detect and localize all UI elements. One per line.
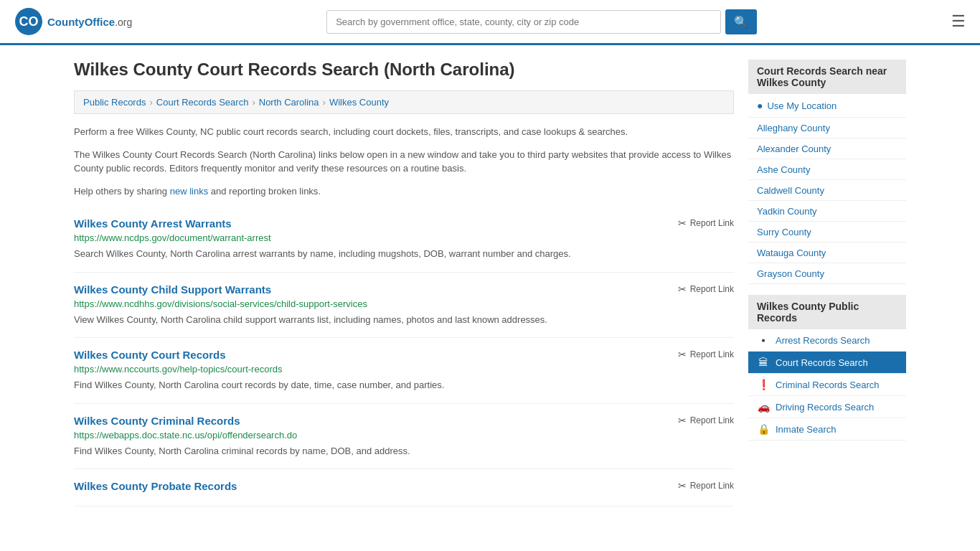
logo-suffix: .org xyxy=(115,17,132,28)
breadcrumb-link-court-records[interactable]: Court Records Search xyxy=(156,97,249,108)
pr-icon-1: 🏛 xyxy=(757,357,770,368)
description-3-post: and reporting broken links. xyxy=(208,186,321,197)
public-records-item[interactable]: ❗ Criminal Records Search xyxy=(748,374,906,396)
report-icon-2: ✂ xyxy=(678,349,687,360)
result-desc-2: Find Wilkes County, North Carolina court… xyxy=(74,378,734,392)
sidebar-county-link-6[interactable]: Watauga County xyxy=(757,248,826,258)
result-header: Wilkes County Arrest Warrants ✂ Report L… xyxy=(74,217,734,230)
pr-icon-3: 🚗 xyxy=(757,401,770,413)
public-records-item[interactable]: 🏛 Court Records Search xyxy=(748,352,906,374)
main-layout: Wilkes County Court Records Search (Nort… xyxy=(60,45,920,521)
result-item: Wilkes County Probate Records ✂ Report L… xyxy=(74,469,734,507)
report-icon-1: ✂ xyxy=(678,283,687,295)
result-url-3: https://webapps.doc.state.nc.us/opi/offe… xyxy=(74,430,734,441)
breadcrumb-link-north-carolina[interactable]: North Carolina xyxy=(259,97,319,108)
result-header: Wilkes County Probate Records ✂ Report L… xyxy=(74,480,734,492)
sidebar-county-link-0[interactable]: Alleghany County xyxy=(757,123,830,133)
result-item: Wilkes County Arrest Warrants ✂ Report L… xyxy=(74,207,734,273)
page-title: Wilkes County Court Records Search (Nort… xyxy=(74,60,734,80)
pr-link-4[interactable]: Inmate Search xyxy=(776,424,837,435)
result-desc-0: Search Wilkes County, North Carolina arr… xyxy=(74,247,734,261)
report-link-label-3: Report Link xyxy=(690,415,734,425)
results-list: Wilkes County Arrest Warrants ✂ Report L… xyxy=(74,207,734,507)
location-icon: ● xyxy=(757,100,763,111)
sidebar-county-link-1[interactable]: Alexander County xyxy=(757,143,831,154)
public-records-item[interactable]: ▪ Arrest Records Search xyxy=(748,329,906,352)
sidebar-county-link-4[interactable]: Yadkin County xyxy=(757,206,817,217)
report-icon-0: ✂ xyxy=(678,217,687,229)
breadcrumb-separator-3: › xyxy=(323,97,326,108)
result-url-2: https://www.nccourts.gov/help-topics/cou… xyxy=(74,364,734,375)
result-header: Wilkes County Child Support Warrants ✂ R… xyxy=(74,283,734,296)
report-link-label-2: Report Link xyxy=(690,349,734,359)
report-link-button-2[interactable]: ✂ Report Link xyxy=(678,349,734,360)
use-my-location[interactable]: ● Use My Location xyxy=(748,94,906,118)
result-title-2[interactable]: Wilkes County Court Records xyxy=(74,349,226,361)
logo-text: CountyOffice.org xyxy=(47,14,132,29)
logo-icon: CO xyxy=(14,7,43,36)
svg-text:CO: CO xyxy=(19,14,39,29)
breadcrumb: Public Records › Court Records Search › … xyxy=(74,90,734,114)
result-title-3[interactable]: Wilkes County Criminal Records xyxy=(74,415,240,427)
search-icon: 🔍 xyxy=(734,16,748,28)
sidebar-county-item: Ashe County xyxy=(748,159,906,180)
report-link-button-1[interactable]: ✂ Report Link xyxy=(678,283,734,295)
sidebar-county-link-2[interactable]: Ashe County xyxy=(757,164,810,175)
result-url-0: https://www.ncdps.gov/document/warrant-a… xyxy=(74,232,734,243)
pr-link-1[interactable]: Court Records Search xyxy=(776,357,868,368)
description-3: Help others by sharing new links and rep… xyxy=(74,184,734,199)
report-link-button-0[interactable]: ✂ Report Link xyxy=(678,217,734,229)
result-header: Wilkes County Court Records ✂ Report Lin… xyxy=(74,349,734,361)
pr-link-2[interactable]: Criminal Records Search xyxy=(776,380,880,390)
result-desc-3: Find Wilkes County, North Carolina crimi… xyxy=(74,444,734,458)
result-item: Wilkes County Court Records ✂ Report Lin… xyxy=(74,338,734,404)
sidebar-county-item: Yadkin County xyxy=(748,201,906,222)
sidebar-county-item: Alleghany County xyxy=(748,118,906,138)
pr-link-3[interactable]: Driving Records Search xyxy=(776,402,874,413)
logo-area: CO CountyOffice.org xyxy=(14,7,132,36)
sidebar-county-link-5[interactable]: Surry County xyxy=(757,227,811,237)
public-records-list: ▪ Arrest Records Search 🏛 Court Records … xyxy=(748,329,906,441)
sidebar-nearby-title: Court Records Search near Wilkes County xyxy=(748,60,906,94)
result-title-0[interactable]: Wilkes County Arrest Warrants xyxy=(74,217,232,230)
sidebar-public-records-section: Wilkes County Public Records ▪ Arrest Re… xyxy=(748,295,906,441)
search-button[interactable]: 🔍 xyxy=(725,9,757,34)
site-header: CO CountyOffice.org 🔍 ☰ xyxy=(0,0,980,45)
breadcrumb-separator-2: › xyxy=(252,97,255,108)
breadcrumb-link-wilkes-county[interactable]: Wilkes County xyxy=(329,97,389,108)
report-icon-3: ✂ xyxy=(678,415,687,426)
result-header: Wilkes County Criminal Records ✂ Report … xyxy=(74,415,734,427)
description-2: The Wilkes County Court Records Search (… xyxy=(74,148,734,176)
breadcrumb-link-public-records[interactable]: Public Records xyxy=(83,97,146,108)
content-area: Wilkes County Court Records Search (Nort… xyxy=(74,60,734,507)
sidebar-county-item: Watauga County xyxy=(748,242,906,263)
logo-name: CountyOffice xyxy=(47,16,115,28)
sidebar-county-item: Alexander County xyxy=(748,138,906,159)
public-records-item[interactable]: 🔒 Inmate Search xyxy=(748,418,906,441)
sidebar-county-list: Alleghany CountyAlexander CountyAshe Cou… xyxy=(748,118,906,284)
sidebar-county-item: Surry County xyxy=(748,222,906,242)
public-records-item[interactable]: 🚗 Driving Records Search xyxy=(748,396,906,418)
menu-button[interactable]: ☰ xyxy=(951,12,966,31)
pr-icon-0: ▪ xyxy=(757,334,770,346)
report-link-button-3[interactable]: ✂ Report Link xyxy=(678,415,734,426)
description-3-pre: Help others by sharing xyxy=(74,186,170,197)
result-desc-1: View Wilkes County, North Carolina child… xyxy=(74,313,734,327)
breadcrumb-separator-1: › xyxy=(149,97,152,108)
sidebar-county-item: Grayson County xyxy=(748,263,906,284)
sidebar: Court Records Search near Wilkes County … xyxy=(748,60,906,507)
result-title-4[interactable]: Wilkes County Probate Records xyxy=(74,480,237,492)
use-my-location-link[interactable]: Use My Location xyxy=(767,100,837,111)
report-link-label-0: Report Link xyxy=(690,218,734,228)
report-link-button-4[interactable]: ✂ Report Link xyxy=(678,480,734,491)
result-url-1: https://www.ncdhhs.gov/divisions/social-… xyxy=(74,298,734,309)
sidebar-county-link-7[interactable]: Grayson County xyxy=(757,268,824,279)
pr-link-0[interactable]: Arrest Records Search xyxy=(776,335,870,346)
search-input[interactable] xyxy=(326,10,721,34)
new-links-link[interactable]: new links xyxy=(170,186,208,197)
search-container: 🔍 xyxy=(326,9,757,34)
hamburger-icon: ☰ xyxy=(951,12,966,30)
sidebar-county-link-3[interactable]: Caldwell County xyxy=(757,185,824,196)
result-title-1[interactable]: Wilkes County Child Support Warrants xyxy=(74,283,271,296)
report-icon-4: ✂ xyxy=(678,480,687,491)
